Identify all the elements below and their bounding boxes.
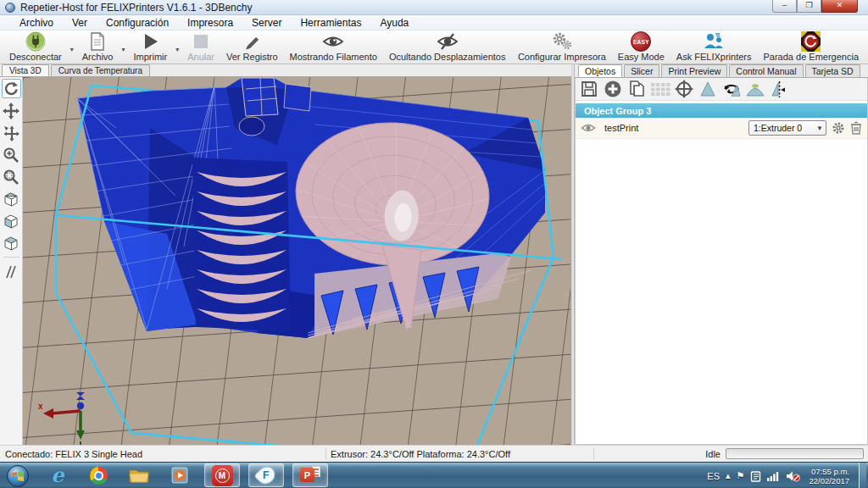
language-indicator[interactable]: ES — [707, 471, 720, 481]
rotate-icon — [3, 80, 19, 97]
chrome-icon[interactable] — [86, 463, 111, 487]
menu-configuracion[interactable]: Configuración — [97, 16, 178, 30]
statusbar-divider — [326, 447, 326, 460]
select-arrow-icon: ▼ — [816, 125, 823, 132]
taskbar-repetier-felix-button[interactable]: F — [248, 463, 284, 487]
object-settings-gear-icon[interactable] — [832, 121, 845, 135]
volume-muted-icon[interactable] — [786, 470, 800, 482]
parallel-projection-icon — [3, 263, 19, 280]
lay-flat-icon — [745, 80, 765, 98]
taskbar-clock[interactable]: 07:55 p.m. 22/02/2017 — [809, 467, 849, 485]
tab-control-manual[interactable]: Control Manual — [729, 64, 803, 77]
maximize-button[interactable]: ❒ — [797, 0, 821, 13]
view-log-button[interactable]: Ver Registro — [220, 30, 284, 64]
start-button[interactable] — [7, 465, 29, 487]
powerpoint-icon: P — [300, 466, 320, 485]
axis-x-label: x — [38, 402, 43, 411]
menu-ayuda[interactable]: Ayuda — [370, 16, 418, 30]
object-group-header[interactable]: Object Group 3 — [576, 103, 867, 118]
tab-print-preview[interactable]: Print Preview — [661, 64, 727, 77]
minimize-button[interactable]: – — [772, 0, 797, 13]
rotate-object-button[interactable] — [721, 79, 742, 99]
model-3dbenchy[interactable] — [77, 78, 545, 338]
statusbar-divider — [593, 447, 594, 460]
visibility-eye-icon[interactable] — [581, 123, 596, 133]
add-object-button[interactable] — [603, 79, 623, 99]
object-group-label: Object Group 3 — [584, 106, 651, 116]
eye-slash-icon — [436, 32, 459, 51]
zoom-fit-button[interactable] — [2, 167, 21, 186]
3d-viewport[interactable]: x — [23, 77, 571, 448]
autoposition-button[interactable] — [650, 79, 670, 99]
easy-mode-button[interactable]: EASY Easy Mode — [612, 30, 670, 64]
tab-objetos[interactable]: Objetos — [578, 64, 622, 77]
title-bar: Repetier-Host for FELIXPrinters V1.6.1 -… — [0, 0, 868, 15]
show-desktop-button[interactable] — [859, 463, 866, 488]
windows-explorer-icon[interactable] — [126, 463, 152, 487]
ask-felixprinters-button[interactable]: Ask FELIXprinters — [670, 30, 758, 64]
print-button[interactable]: Imprimir — [127, 30, 173, 64]
close-button[interactable]: ✕ — [821, 0, 858, 13]
copy-object-button[interactable] — [626, 79, 647, 99]
mirror-icon — [770, 80, 788, 98]
menu-archivo[interactable]: Archivo — [10, 16, 63, 30]
front-view-button[interactable] — [2, 211, 21, 230]
extruder-select[interactable]: 1:Extruder 0 ▼ — [748, 120, 826, 136]
emergency-stop-icon — [800, 32, 821, 51]
temperature-status: Extrusor: 24.3°C/Off Plataforma: 24.3°C/… — [331, 449, 510, 459]
media-player-play-icon — [171, 467, 188, 484]
menu-herramientas[interactable]: Herramientas — [291, 16, 370, 30]
media-player-icon[interactable] — [167, 463, 192, 487]
disconnect-dropdown-icon[interactable]: ▾ — [68, 46, 76, 53]
hide-travel-button[interactable]: Ocultando Desplazamientos — [383, 30, 512, 64]
emergency-stop-button[interactable]: Parada de Emergencia — [757, 30, 865, 64]
tab-slicer[interactable]: Slicer — [624, 64, 659, 77]
menu-ver[interactable]: Ver — [63, 16, 97, 30]
parallel-projection-button[interactable] — [2, 262, 21, 281]
tab-curva-temperatura[interactable]: Curva de Temperatura — [51, 64, 150, 76]
print-dropdown-icon[interactable]: ▾ — [173, 46, 181, 53]
gadget-icon[interactable] — [750, 470, 761, 482]
tab-tarjeta-sd[interactable]: Tarjeta SD — [805, 64, 860, 77]
makerbot-icon: M — [212, 465, 233, 486]
internet-explorer-icon[interactable]: e — [45, 463, 70, 487]
menu-server[interactable]: Server — [242, 16, 291, 30]
scale-object-button[interactable] — [698, 79, 718, 99]
action-center-flag-icon[interactable]: ⚑ — [737, 470, 745, 481]
move-object-button[interactable] — [2, 123, 21, 142]
mirror-object-button[interactable] — [769, 79, 789, 99]
top-view-icon — [3, 235, 19, 252]
save-object-button[interactable] — [579, 79, 599, 99]
move-view-button[interactable] — [2, 101, 21, 120]
taskbar-powerpoint-button[interactable]: P — [292, 463, 328, 487]
window-controls: – ❒ ✕ — [772, 0, 858, 13]
view-tab-strip: Vista 3D Curva de Temperatura — [0, 64, 571, 77]
plug-icon — [25, 32, 46, 51]
file-dropdown-icon[interactable]: ▾ — [119, 46, 127, 53]
model-arch-stack — [192, 158, 291, 331]
show-hidden-icons-arrow[interactable]: ▴ — [726, 470, 731, 481]
file-button[interactable]: Archivo — [76, 30, 120, 64]
object-name: testPrint — [604, 123, 638, 133]
right-panel: Objetos Slicer Print Preview Control Man… — [574, 64, 868, 445]
isometric-view-button[interactable] — [2, 189, 21, 208]
disconnect-button[interactable]: Desconectar — [3, 30, 68, 64]
show-filament-button[interactable]: Mostrando Filamento — [284, 30, 383, 64]
delete-object-trash-icon[interactable] — [850, 121, 862, 135]
rotate-view-button[interactable] — [2, 79, 21, 98]
lay-flat-button[interactable] — [745, 79, 765, 99]
network-signal-icon[interactable] — [767, 470, 780, 481]
zoom-in-button[interactable] — [2, 145, 21, 164]
taskbar-makerbot-button[interactable]: M — [204, 463, 240, 487]
object-row-testprint[interactable]: testPrint 1:Extruder 0 ▼ — [576, 118, 867, 139]
view-tool-strip — [0, 77, 23, 448]
top-view-button[interactable] — [2, 233, 21, 252]
system-tray: ES ▴ ⚑ 07:55 p.m. 22/02/2017 — [707, 463, 868, 488]
connection-status: Conectado: FELIX 3 Single Head — [5, 449, 142, 459]
configure-printer-button[interactable]: Configurar Impresora — [512, 30, 612, 64]
tab-vista-3d[interactable]: Vista 3D — [2, 64, 49, 76]
center-object-button[interactable] — [674, 79, 694, 99]
scale-icon — [698, 80, 717, 98]
menu-impresora[interactable]: Impresora — [178, 16, 242, 30]
people-icon — [702, 32, 726, 51]
